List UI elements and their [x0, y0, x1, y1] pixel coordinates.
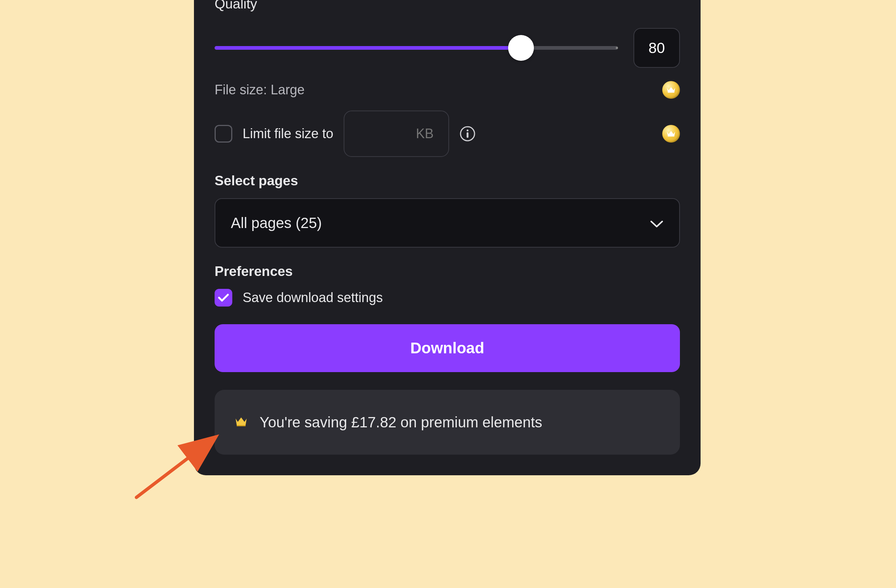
savings-card: You're saving £17.82 on premium elements [215, 390, 680, 454]
svg-rect-3 [237, 425, 245, 426]
file-size-row: File size: Large [215, 81, 680, 99]
file-size-label: File size: Large [215, 82, 305, 98]
crown-icon [235, 416, 248, 428]
limit-file-size-row: Limit file size to [215, 111, 680, 157]
select-pages-dropdown[interactable]: All pages (25) [215, 198, 680, 248]
quality-row: 80 [215, 28, 680, 68]
quality-value-input[interactable]: 80 [634, 28, 680, 68]
preferences-label: Preferences [215, 264, 680, 279]
crown-icon [662, 81, 680, 99]
chevron-down-icon [650, 215, 664, 231]
select-pages-label: Select pages [215, 173, 680, 188]
svg-point-1 [467, 130, 469, 132]
info-icon[interactable] [459, 126, 475, 142]
download-panel: Quality 80 File size: Large Limit file s… [194, 0, 701, 475]
limit-file-size-checkbox[interactable] [215, 125, 232, 143]
download-button[interactable]: Download [215, 324, 680, 372]
slider-end-dot [616, 47, 618, 49]
quality-label: Quality [215, 0, 680, 12]
limit-left: Limit file size to [215, 111, 475, 157]
crown-icon [662, 125, 680, 143]
svg-rect-2 [467, 132, 469, 138]
slider-fill [215, 46, 521, 50]
save-settings-checkbox[interactable] [215, 289, 232, 307]
limit-file-size-label: Limit file size to [242, 126, 333, 141]
save-settings-label: Save download settings [242, 290, 383, 305]
slider-thumb[interactable] [508, 35, 534, 61]
limit-file-size-input[interactable] [344, 111, 449, 157]
savings-text: You're saving £17.82 on premium elements [260, 414, 542, 431]
save-settings-row: Save download settings [215, 289, 680, 307]
quality-slider[interactable] [215, 35, 618, 61]
select-pages-value: All pages (25) [231, 215, 322, 231]
